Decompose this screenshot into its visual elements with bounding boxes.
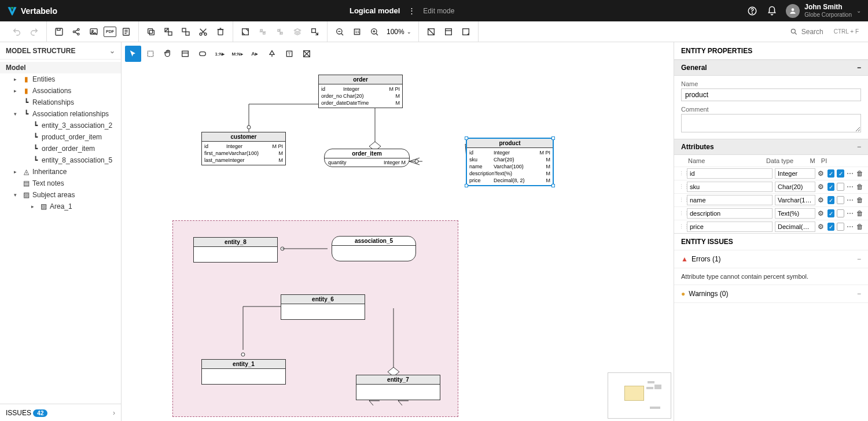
generate-sql-button[interactable] bbox=[119, 24, 134, 39]
zoom-in-button[interactable] bbox=[367, 24, 382, 39]
attributes-section-header[interactable]: Attributes− bbox=[674, 139, 868, 155]
add-assoc-tool[interactable] bbox=[194, 46, 211, 62]
attr-type-input[interactable] bbox=[775, 182, 815, 192]
help-icon[interactable] bbox=[746, 5, 758, 17]
more-icon[interactable]: ⋯ bbox=[847, 223, 854, 231]
stack-button[interactable] bbox=[290, 24, 305, 39]
view-compact-button[interactable] bbox=[424, 24, 439, 39]
mandatory-checkbox[interactable]: ✓ bbox=[827, 183, 835, 191]
attr-type-input[interactable] bbox=[775, 221, 815, 232]
drag-handle-icon[interactable]: ⋮⋮ bbox=[679, 211, 685, 216]
add-label-tool[interactable]: A▸ bbox=[247, 46, 263, 62]
zoom-dropdown[interactable]: 100%⌄ bbox=[384, 28, 414, 36]
tree-ar2[interactable]: ┗product_order_item bbox=[0, 131, 121, 143]
resize-button[interactable] bbox=[238, 24, 253, 39]
gear-icon[interactable]: ⚙ bbox=[818, 209, 825, 217]
cut-button[interactable] bbox=[196, 24, 211, 39]
more-icon[interactable]: ⋯ bbox=[847, 209, 854, 217]
export-pdf-button[interactable]: PDF bbox=[104, 27, 116, 37]
add-note-tool[interactable]: T bbox=[281, 46, 297, 62]
share-button[interactable] bbox=[69, 24, 84, 39]
add-area-tool[interactable] bbox=[299, 46, 315, 62]
gear-icon[interactable]: ⚙ bbox=[818, 183, 825, 191]
redo-button[interactable] bbox=[27, 24, 42, 39]
tree-root[interactable]: Model bbox=[0, 62, 121, 73]
pi-checkbox[interactable] bbox=[837, 209, 844, 217]
bell-icon[interactable] bbox=[766, 5, 778, 17]
tree-area1[interactable]: ▸▨Area_1 bbox=[0, 201, 121, 212]
minimap[interactable] bbox=[608, 372, 671, 419]
model-menu-icon[interactable]: ⋮ bbox=[406, 5, 417, 17]
tree-ar3[interactable]: ┗order_order_item bbox=[0, 143, 121, 154]
canvas[interactable]: 1:N▸ M:N▸ A▸ T bbox=[122, 42, 674, 421]
shortcut-button[interactable] bbox=[307, 24, 322, 39]
delete-icon[interactable]: 🗑 bbox=[856, 183, 864, 191]
entity-7[interactable]: entity_7 bbox=[356, 375, 440, 400]
mandatory-checkbox[interactable]: ✓ bbox=[827, 196, 835, 204]
tree-textnotes[interactable]: ▤Text notes bbox=[0, 178, 121, 189]
attr-name-input[interactable] bbox=[687, 182, 773, 192]
assoc-order-item[interactable]: order_item quantityInteger M bbox=[324, 149, 410, 167]
attr-name-input[interactable] bbox=[687, 168, 773, 179]
drag-handle-icon[interactable]: ⋮⋮ bbox=[679, 224, 685, 230]
paste-button[interactable] bbox=[178, 24, 193, 39]
drag-handle-icon[interactable]: ⋮⋮ bbox=[679, 171, 685, 176]
mandatory-checkbox[interactable]: ✓ bbox=[827, 223, 835, 231]
tree-ar1[interactable]: ┗entity_3_association_2 bbox=[0, 120, 121, 131]
attr-type-input[interactable] bbox=[775, 168, 815, 179]
add-inherit-tool[interactable] bbox=[264, 46, 280, 62]
attr-name-input[interactable] bbox=[687, 221, 773, 232]
tree-ar4[interactable]: ┗entity_8_association_5 bbox=[0, 154, 121, 166]
tree-assoc-rel[interactable]: ▾┗Association relationships bbox=[0, 108, 121, 120]
more-icon[interactable]: ⋯ bbox=[847, 183, 854, 191]
export-image-button[interactable] bbox=[86, 24, 101, 39]
tree-subjareas[interactable]: ▾▨Subject areas bbox=[0, 189, 121, 201]
pan-tool[interactable] bbox=[160, 46, 176, 62]
select-tool[interactable] bbox=[125, 46, 141, 62]
tree-entities[interactable]: ▸▮Entities bbox=[0, 73, 121, 85]
assoc-5[interactable]: association_5 bbox=[332, 236, 416, 261]
model-structure-header[interactable]: MODEL STRUCTURE ⌄ bbox=[0, 42, 121, 60]
gear-icon[interactable]: ⚙ bbox=[818, 169, 825, 178]
add-mn-tool[interactable]: M:N▸ bbox=[229, 46, 245, 62]
gear-icon[interactable]: ⚙ bbox=[818, 196, 825, 204]
entity-6[interactable]: entity_6 bbox=[281, 294, 365, 320]
attr-name-input[interactable] bbox=[687, 195, 773, 205]
align-h-button[interactable] bbox=[255, 24, 270, 39]
gear-icon[interactable]: ⚙ bbox=[818, 223, 825, 231]
tree-associations[interactable]: ▸▮Associations bbox=[0, 85, 121, 97]
issues-bar[interactable]: ISSUES 42 › bbox=[0, 404, 121, 421]
delete-icon[interactable]: 🗑 bbox=[856, 169, 864, 178]
tree-relationships[interactable]: ┗Relationships bbox=[0, 97, 121, 108]
entity-product[interactable]: product idIntegerM PI skuChar(20)M nameV… bbox=[466, 138, 553, 186]
entity-1[interactable]: entity_1 bbox=[201, 359, 286, 385]
entity-name-input[interactable] bbox=[681, 88, 861, 101]
tree-inheritance[interactable]: ▸◬Inheritance bbox=[0, 166, 121, 178]
pi-checkbox[interactable] bbox=[837, 196, 844, 204]
warnings-section[interactable]: ●Warnings (0) − bbox=[674, 285, 868, 303]
zoom-out-button[interactable] bbox=[332, 24, 347, 39]
drag-handle-icon[interactable]: ⋮⋮ bbox=[679, 197, 685, 203]
entity-8[interactable]: entity_8 bbox=[193, 237, 278, 263]
drag-handle-icon[interactable]: ⋮⋮ bbox=[679, 184, 685, 190]
mandatory-checkbox[interactable]: ✓ bbox=[827, 169, 835, 178]
attr-type-input[interactable] bbox=[775, 195, 815, 205]
view-notes-button[interactable] bbox=[458, 24, 473, 39]
save-button[interactable] bbox=[52, 24, 67, 39]
marquee-tool[interactable] bbox=[142, 46, 159, 62]
more-icon[interactable]: ⋯ bbox=[847, 196, 854, 204]
more-icon[interactable]: ⋯ bbox=[847, 169, 854, 178]
delete-icon[interactable]: 🗑 bbox=[856, 196, 864, 204]
undo-button[interactable] bbox=[9, 24, 24, 39]
search-input[interactable] bbox=[801, 28, 830, 36]
entity-comment-input[interactable] bbox=[681, 114, 861, 132]
delete-icon[interactable]: 🗑 bbox=[856, 209, 864, 217]
user-menu[interactable]: John Smith Globe Corporation ⌄ bbox=[786, 3, 861, 17]
entity-order[interactable]: order idIntegerM PI order_noChar(20)M or… bbox=[318, 75, 403, 108]
pi-checkbox[interactable] bbox=[837, 223, 844, 231]
duplicate-button[interactable] bbox=[161, 24, 176, 39]
errors-section[interactable]: ▲Errors (1) − bbox=[674, 250, 868, 268]
delete-button[interactable] bbox=[213, 24, 228, 39]
attr-type-input[interactable] bbox=[775, 208, 815, 219]
add-1n-tool[interactable]: 1:N▸ bbox=[212, 46, 228, 62]
